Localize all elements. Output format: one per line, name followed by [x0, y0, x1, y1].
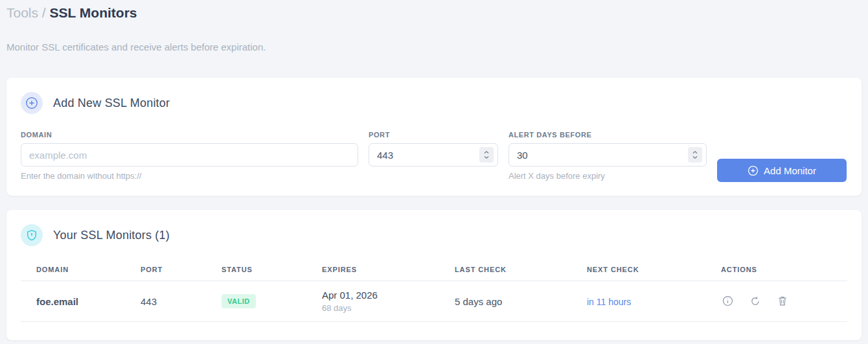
monitor-domain: foe.email: [21, 281, 135, 322]
add-monitor-button-label: Add Monitor: [764, 165, 816, 176]
monitor-expires-cell: Apr 01, 2026 68 days: [317, 281, 450, 322]
info-button[interactable]: [721, 294, 735, 308]
expires-date: Apr 01, 2026: [322, 290, 444, 301]
delete-button[interactable]: [776, 294, 789, 308]
monitor-next-check[interactable]: in 11 hours: [587, 297, 631, 307]
refresh-button[interactable]: [749, 295, 762, 308]
add-monitor-title: Add New SSL Monitor: [53, 97, 170, 110]
add-monitor-button[interactable]: Add Monitor: [717, 159, 847, 182]
monitor-next-check-cell: in 11 hours: [582, 281, 716, 322]
domain-label: DOMAIN: [21, 131, 358, 139]
col-header-port: PORT: [135, 259, 216, 281]
breadcrumb-tools[interactable]: Tools /: [6, 5, 46, 20]
info-icon: [722, 295, 733, 306]
domain-helper: Enter the domain without https://: [21, 171, 358, 181]
expires-days-remaining: 68 days: [322, 303, 444, 313]
monitors-card: Your SSL Monitors (1) DOMAIN PORT STATUS…: [6, 210, 862, 340]
plus-circle-icon: [748, 165, 759, 176]
table-header-row: DOMAIN PORT STATUS EXPIRES LAST CHECK NE…: [21, 259, 847, 281]
domain-field-group: DOMAIN Enter the domain without https://: [21, 131, 358, 181]
page-title: SSL Monitors: [50, 5, 137, 20]
monitor-port: 443: [135, 281, 216, 322]
port-input[interactable]: [369, 143, 498, 166]
add-monitor-form: DOMAIN Enter the domain without https://…: [21, 131, 847, 182]
col-header-last-check: LAST CHECK: [450, 259, 582, 281]
shield-icon: [21, 224, 43, 246]
monitor-status-cell: VALID: [216, 281, 317, 322]
col-header-domain: DOMAIN: [21, 259, 135, 281]
table-row: foe.email 443 VALID Apr 01, 2026 68 days…: [21, 281, 847, 322]
alert-days-input[interactable]: [508, 143, 707, 166]
add-monitor-header: Add New SSL Monitor: [21, 92, 847, 114]
monitor-last-check: 5 days ago: [450, 281, 582, 322]
ssl-monitors-page: Tools / SSL Monitors Monitor SSL certifi…: [0, 0, 868, 340]
status-badge: VALID: [222, 294, 256, 308]
breadcrumb: Tools / SSL Monitors: [6, 5, 862, 21]
submit-column: Add Monitor: [717, 131, 847, 182]
port-label: PORT: [369, 131, 498, 139]
col-header-status: STATUS: [216, 259, 317, 281]
monitors-header: Your SSL Monitors (1): [21, 224, 847, 246]
monitors-title: Your SSL Monitors (1): [53, 229, 170, 242]
alert-days-field-group: ALERT DAYS BEFORE Alert X days before ex…: [508, 131, 707, 181]
alert-days-stepper[interactable]: [688, 147, 702, 163]
domain-input[interactable]: [21, 143, 358, 166]
trash-icon: [777, 295, 788, 306]
page-subtitle: Monitor SSL certificates and receive ale…: [6, 41, 862, 52]
col-header-actions: ACTIONS: [716, 259, 847, 281]
port-field-group: PORT: [369, 131, 498, 166]
port-stepper[interactable]: [479, 147, 494, 163]
col-header-next-check: NEXT CHECK: [582, 259, 716, 281]
monitors-table: DOMAIN PORT STATUS EXPIRES LAST CHECK NE…: [21, 259, 847, 322]
alert-days-helper: Alert X days before expiry: [508, 171, 707, 181]
col-header-expires: EXPIRES: [317, 259, 450, 281]
plus-circle-icon: [21, 92, 43, 114]
add-monitor-card: Add New SSL Monitor DOMAIN Enter the dom…: [6, 78, 862, 196]
monitor-actions: [716, 281, 847, 322]
refresh-icon: [750, 296, 760, 306]
alert-days-label: ALERT DAYS BEFORE: [508, 131, 707, 139]
